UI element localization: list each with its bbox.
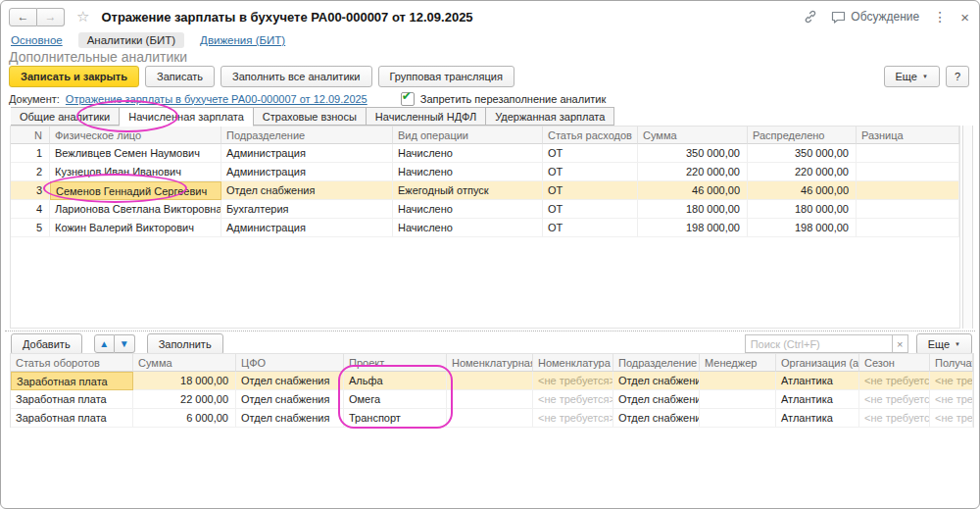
col-header-manager[interactable]: Менеджер [700,354,776,372]
table-row[interactable]: 5 Кожин Валерий Викторович Администрация… [11,219,959,237]
cell-nomenclature[interactable]: <не требуется> [533,409,613,428]
col-header-department[interactable]: Подразделение [221,127,393,144]
more-button[interactable]: Еще▼ [884,66,940,87]
col-header-person[interactable]: Физическое лицо [50,127,221,144]
col-header-sum[interactable]: Сумма [133,354,236,372]
col-header-project[interactable]: Проект [344,354,447,372]
cell-difference[interactable] [857,181,959,200]
cell-department[interactable]: Администрация [221,144,393,163]
cell-distributed[interactable]: 180 000,00 [748,200,857,219]
cell-operation[interactable]: Начислено [393,200,543,219]
cell-project[interactable]: Альфа [344,372,447,390]
cell-distributed[interactable]: 350 000,00 [748,144,857,163]
table-row[interactable]: Заработная плата 18 000,00 Отдел снабжен… [11,372,973,390]
search-clear-icon[interactable]: × [892,334,908,353]
group-broadcast-button[interactable]: Групповая трансляция [378,66,514,87]
analytics-tab[interactable]: Начисленный НДФЛ [367,107,486,126]
cell-person[interactable]: Ларионова Светлана Викторовна [50,200,221,219]
cell-project[interactable]: Транспорт [344,409,447,428]
analytics-tab[interactable]: Удержанная зарплата [486,107,614,126]
col-header-distributed[interactable]: Распределено [748,127,857,144]
analytics-tab[interactable]: Начисленная зарплата [120,107,254,127]
cell-department[interactable]: Отдел снабжения [613,390,700,409]
cell-sum[interactable]: 198 000,00 [638,219,748,237]
nav-link[interactable]: Основное [9,32,65,48]
cell-sum[interactable]: 6 000,00 [133,409,236,428]
add-row-button[interactable]: Добавить [11,333,82,355]
cell-distributed[interactable]: 198 000,00 [748,219,857,237]
table-row[interactable]: Заработная плата 6 000,00 Отдел снабжени… [11,409,973,428]
cell-n[interactable]: 3 [11,181,50,200]
analytics-tab[interactable]: Страховые взносы [254,107,367,126]
fill-button[interactable]: Заполнить [147,333,223,355]
table-row[interactable]: 4 Ларионова Светлана Викторовна Бухгалте… [11,200,959,219]
fill-all-analytics-button[interactable]: Заполнить все аналитики [220,66,371,87]
cell-item[interactable]: Заработная плата [11,372,133,390]
col-header-nomen-group[interactable]: Номенклатурная гру... [447,354,533,372]
back-button[interactable]: ← [9,8,37,26]
cell-difference[interactable] [857,200,959,219]
cell-difference[interactable] [857,144,959,163]
section-splitter[interactable] [5,331,975,331]
col-header-difference[interactable]: Разница [857,127,959,144]
cell-sum[interactable]: 350 000,00 [638,144,748,163]
cell-receiver[interactable]: <не требуется> [930,372,973,390]
cell-nomen-group[interactable] [447,409,533,428]
col-header-department[interactable]: Подразделение [613,354,700,372]
lower-more-button[interactable]: Еще▼ [916,333,972,355]
cell-sum[interactable]: 18 000,00 [133,372,236,390]
cell-sum[interactable]: 22 000,00 [133,390,236,409]
cell-cfo[interactable]: Отдел снабжения [236,372,344,390]
cell-project[interactable]: Омега [344,390,447,409]
cell-person[interactable]: Вежливцев Семен Наумович [50,144,221,163]
cell-expense-item[interactable]: ОТ [543,163,638,181]
cell-operation[interactable]: Ежегодный отпуск [393,181,543,200]
cell-manager[interactable] [700,409,776,428]
cell-department[interactable]: Отдел снабжения [221,181,393,200]
col-header-nomenclature[interactable]: Номенклатура [533,354,613,372]
cell-nomenclature[interactable]: <не требуется> [533,390,613,409]
cell-expense-item[interactable]: ОТ [543,219,638,237]
cell-sum[interactable]: 220 000,00 [638,163,748,181]
cell-receiver[interactable]: <не требуется> [930,390,973,409]
cell-person[interactable]: Кожин Валерий Викторович [50,219,221,237]
cell-expense-item[interactable]: ОТ [543,181,638,200]
cell-n[interactable]: 2 [11,163,50,181]
cell-department[interactable]: Администрация [221,163,393,181]
analytics-tab[interactable]: Общие аналитики [11,107,120,126]
forward-button[interactable]: → [37,8,65,26]
cell-operation[interactable]: Начислено [393,144,543,163]
forbid-refill-checkbox[interactable]: ✔ Запретить перезаполнение аналитик [401,92,607,106]
cell-difference[interactable] [857,163,959,181]
cell-department[interactable]: Администрация [221,219,393,237]
cell-manager[interactable] [700,390,776,409]
cell-season[interactable]: <не требуется> [859,409,930,428]
cell-difference[interactable] [857,219,959,237]
close-icon[interactable]: × [960,9,969,25]
cell-department[interactable]: Отдел снабжения [613,409,700,428]
cell-department[interactable]: Отдел снабжения [613,372,700,390]
cell-distributed[interactable]: 46 000,00 [748,181,857,200]
discussion-button[interactable]: Обсуждение [831,10,919,24]
search-input[interactable] [745,334,892,353]
cell-item[interactable]: Заработная плата [11,409,133,428]
cell-nomenclature[interactable]: <не требуется> [533,372,613,390]
cell-person[interactable]: Семенов Геннадий Сергеевич [50,181,221,200]
cell-manager[interactable] [700,372,776,390]
nav-link[interactable]: Аналитики (БИТ) [78,32,184,48]
save-button[interactable]: Записать [145,66,215,87]
cell-organization[interactable]: Атлантика [776,390,859,409]
cell-organization[interactable]: Атлантика [776,409,859,428]
table-row[interactable]: Заработная плата 22 000,00 Отдел снабжен… [11,390,973,409]
cell-expense-item[interactable]: ОТ [543,200,638,219]
col-header-sum[interactable]: Сумма [638,127,748,144]
col-header-n[interactable]: N [11,127,50,144]
cell-cfo[interactable]: Отдел снабжения [236,390,344,409]
table-row[interactable]: 2 Кузнецов Иван Иванович Администрация Н… [11,163,959,181]
save-and-close-button[interactable]: Записать и закрыть [9,66,139,87]
col-header-receiver[interactable]: Получатель [930,354,973,372]
col-header-organization[interactable]: Организация (ана... [776,354,859,372]
cell-season[interactable]: <не требуется> [859,390,930,409]
cell-sum[interactable]: 46 000,00 [638,181,748,200]
cell-nomen-group[interactable] [447,372,533,390]
